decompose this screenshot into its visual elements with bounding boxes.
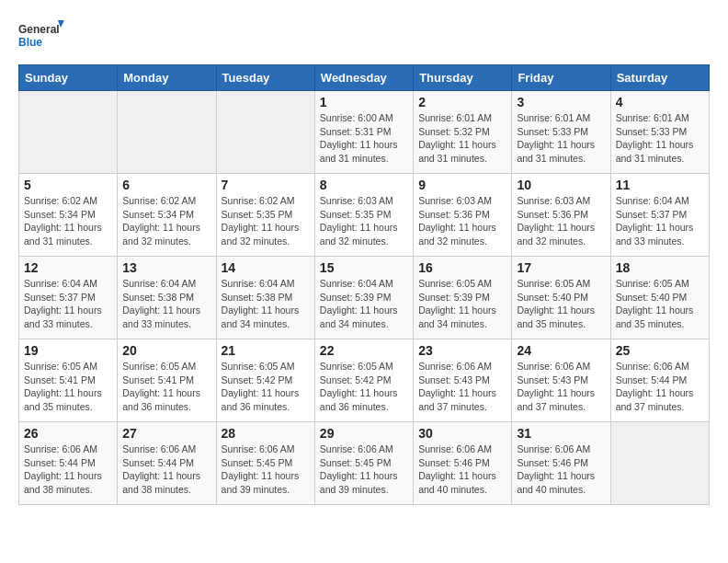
- calendar-cell: 14Sunrise: 6:04 AM Sunset: 5:38 PM Dayli…: [216, 257, 314, 339]
- day-info: Sunrise: 6:02 AM Sunset: 5:35 PM Dayligh…: [222, 194, 310, 248]
- day-info: Sunrise: 6:01 AM Sunset: 5:32 PM Dayligh…: [418, 111, 506, 166]
- header-day-thursday: Thursday: [414, 65, 512, 91]
- calendar-cell: 8Sunrise: 6:03 AM Sunset: 5:35 PM Daylig…: [314, 174, 413, 257]
- day-number: 24: [517, 343, 605, 358]
- day-number: 20: [122, 343, 210, 358]
- day-info: Sunrise: 6:02 AM Sunset: 5:34 PM Dayligh…: [122, 194, 210, 248]
- day-number: 30: [418, 426, 506, 441]
- calendar-cell: 13Sunrise: 6:04 AM Sunset: 5:38 PM Dayli…: [118, 257, 216, 339]
- day-number: 5: [24, 178, 112, 192]
- day-number: 11: [616, 178, 704, 192]
- day-info: Sunrise: 6:05 AM Sunset: 5:41 PM Dayligh…: [24, 360, 112, 414]
- calendar-cell: 3Sunrise: 6:01 AM Sunset: 5:33 PM Daylig…: [512, 91, 610, 174]
- day-number: 8: [320, 178, 408, 192]
- day-number: 15: [320, 260, 408, 275]
- day-number: 10: [517, 178, 605, 192]
- calendar-cell: 15Sunrise: 6:04 AM Sunset: 5:39 PM Dayli…: [314, 257, 413, 339]
- week-row-5: 26Sunrise: 6:06 AM Sunset: 5:44 PM Dayli…: [19, 422, 710, 505]
- day-info: Sunrise: 6:05 AM Sunset: 5:42 PM Dayligh…: [320, 360, 408, 414]
- day-info: Sunrise: 6:02 AM Sunset: 5:34 PM Dayligh…: [24, 194, 112, 248]
- calendar-cell: 28Sunrise: 6:06 AM Sunset: 5:45 PM Dayli…: [216, 422, 314, 505]
- day-number: 4: [616, 95, 704, 109]
- day-info: Sunrise: 6:05 AM Sunset: 5:39 PM Dayligh…: [418, 277, 506, 331]
- calendar-cell: 31Sunrise: 6:06 AM Sunset: 5:46 PM Dayli…: [512, 422, 610, 505]
- day-number: 2: [418, 95, 506, 109]
- calendar-cell: 18Sunrise: 6:05 AM Sunset: 5:40 PM Dayli…: [610, 257, 709, 339]
- day-info: Sunrise: 6:04 AM Sunset: 5:37 PM Dayligh…: [24, 277, 112, 331]
- calendar-cell: [610, 422, 709, 505]
- day-info: Sunrise: 6:04 AM Sunset: 5:38 PM Dayligh…: [222, 277, 310, 331]
- day-number: 1: [320, 95, 408, 109]
- calendar-cell: 7Sunrise: 6:02 AM Sunset: 5:35 PM Daylig…: [216, 174, 314, 257]
- calendar-cell: 22Sunrise: 6:05 AM Sunset: 5:42 PM Dayli…: [314, 339, 413, 422]
- calendar-cell: 9Sunrise: 6:03 AM Sunset: 5:36 PM Daylig…: [414, 174, 512, 257]
- day-info: Sunrise: 6:05 AM Sunset: 5:40 PM Dayligh…: [517, 277, 605, 331]
- day-info: Sunrise: 6:06 AM Sunset: 5:45 PM Dayligh…: [320, 442, 408, 497]
- week-row-4: 19Sunrise: 6:05 AM Sunset: 5:41 PM Dayli…: [19, 339, 710, 422]
- calendar-cell: [19, 91, 118, 174]
- calendar-cell: 25Sunrise: 6:06 AM Sunset: 5:44 PM Dayli…: [610, 339, 709, 422]
- day-number: 18: [616, 260, 704, 275]
- header-day-saturday: Saturday: [610, 65, 709, 91]
- day-info: Sunrise: 6:03 AM Sunset: 5:35 PM Dayligh…: [320, 194, 408, 248]
- day-number: 14: [222, 260, 310, 275]
- week-row-2: 5Sunrise: 6:02 AM Sunset: 5:34 PM Daylig…: [19, 174, 710, 257]
- day-number: 29: [320, 426, 408, 441]
- day-number: 16: [418, 260, 506, 275]
- header-day-sunday: Sunday: [19, 65, 118, 91]
- day-number: 21: [222, 343, 310, 358]
- week-row-3: 12Sunrise: 6:04 AM Sunset: 5:37 PM Dayli…: [19, 257, 710, 339]
- day-number: 22: [320, 343, 408, 358]
- header: General Blue: [18, 18, 710, 55]
- calendar-cell: 11Sunrise: 6:04 AM Sunset: 5:37 PM Dayli…: [610, 174, 709, 257]
- day-info: Sunrise: 6:06 AM Sunset: 5:45 PM Dayligh…: [222, 442, 310, 497]
- calendar-table: SundayMondayTuesdayWednesdayThursdayFrid…: [18, 64, 710, 505]
- day-info: Sunrise: 6:06 AM Sunset: 5:46 PM Dayligh…: [517, 442, 605, 497]
- day-number: 26: [24, 426, 112, 441]
- calendar-cell: 4Sunrise: 6:01 AM Sunset: 5:33 PM Daylig…: [610, 91, 709, 174]
- day-info: Sunrise: 6:05 AM Sunset: 5:41 PM Dayligh…: [122, 360, 210, 414]
- calendar-cell: [216, 91, 314, 174]
- day-info: Sunrise: 6:06 AM Sunset: 5:44 PM Dayligh…: [24, 442, 112, 497]
- logo: General Blue: [18, 18, 64, 55]
- day-info: Sunrise: 6:00 AM Sunset: 5:31 PM Dayligh…: [320, 111, 408, 166]
- calendar-cell: 20Sunrise: 6:05 AM Sunset: 5:41 PM Dayli…: [118, 339, 216, 422]
- day-info: Sunrise: 6:06 AM Sunset: 5:43 PM Dayligh…: [517, 360, 605, 414]
- day-number: 17: [517, 260, 605, 275]
- day-info: Sunrise: 6:03 AM Sunset: 5:36 PM Dayligh…: [418, 194, 506, 248]
- calendar-cell: 24Sunrise: 6:06 AM Sunset: 5:43 PM Dayli…: [512, 339, 610, 422]
- day-number: 6: [122, 178, 210, 192]
- calendar-cell: 17Sunrise: 6:05 AM Sunset: 5:40 PM Dayli…: [512, 257, 610, 339]
- calendar-cell: 2Sunrise: 6:01 AM Sunset: 5:32 PM Daylig…: [414, 91, 512, 174]
- calendar-cell: 10Sunrise: 6:03 AM Sunset: 5:36 PM Dayli…: [512, 174, 610, 257]
- calendar-cell: 16Sunrise: 6:05 AM Sunset: 5:39 PM Dayli…: [414, 257, 512, 339]
- day-number: 13: [122, 260, 210, 275]
- day-number: 28: [222, 426, 310, 441]
- logo-svg: General Blue: [18, 18, 64, 55]
- week-row-1: 1Sunrise: 6:00 AM Sunset: 5:31 PM Daylig…: [19, 91, 710, 174]
- calendar-cell: 5Sunrise: 6:02 AM Sunset: 5:34 PM Daylig…: [19, 174, 118, 257]
- days-header-row: SundayMondayTuesdayWednesdayThursdayFrid…: [19, 65, 710, 91]
- calendar-cell: 26Sunrise: 6:06 AM Sunset: 5:44 PM Dayli…: [19, 422, 118, 505]
- header-day-monday: Monday: [118, 65, 216, 91]
- day-number: 9: [418, 178, 506, 192]
- header-day-friday: Friday: [512, 65, 610, 91]
- day-info: Sunrise: 6:06 AM Sunset: 5:46 PM Dayligh…: [418, 442, 506, 497]
- day-info: Sunrise: 6:01 AM Sunset: 5:33 PM Dayligh…: [616, 111, 704, 166]
- day-number: 27: [122, 426, 210, 441]
- svg-text:General: General: [18, 23, 60, 36]
- calendar-cell: 19Sunrise: 6:05 AM Sunset: 5:41 PM Dayli…: [19, 339, 118, 422]
- day-info: Sunrise: 6:06 AM Sunset: 5:44 PM Dayligh…: [616, 360, 704, 414]
- day-number: 7: [222, 178, 310, 192]
- calendar-cell: [118, 91, 216, 174]
- header-day-tuesday: Tuesday: [216, 65, 314, 91]
- day-info: Sunrise: 6:03 AM Sunset: 5:36 PM Dayligh…: [517, 194, 605, 248]
- calendar-cell: 27Sunrise: 6:06 AM Sunset: 5:44 PM Dayli…: [118, 422, 216, 505]
- day-info: Sunrise: 6:05 AM Sunset: 5:42 PM Dayligh…: [222, 360, 310, 414]
- calendar-cell: 30Sunrise: 6:06 AM Sunset: 5:46 PM Dayli…: [414, 422, 512, 505]
- day-number: 31: [517, 426, 605, 441]
- day-info: Sunrise: 6:06 AM Sunset: 5:43 PM Dayligh…: [418, 360, 506, 414]
- day-number: 23: [418, 343, 506, 358]
- calendar-cell: 23Sunrise: 6:06 AM Sunset: 5:43 PM Dayli…: [414, 339, 512, 422]
- day-info: Sunrise: 6:05 AM Sunset: 5:40 PM Dayligh…: [616, 277, 704, 331]
